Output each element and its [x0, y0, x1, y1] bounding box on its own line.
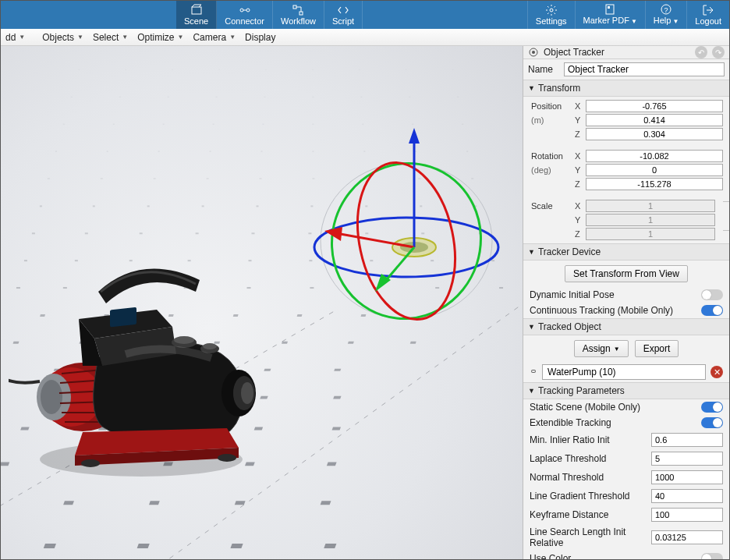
keyframe-distance-input[interactable]	[651, 508, 723, 522]
svg-rect-134	[360, 97, 362, 97]
script-icon	[337, 5, 349, 16]
continuous-tracking-label: Continuous Tracking (Mobile Only)	[530, 305, 696, 316]
name-label: Name	[528, 64, 559, 75]
svg-rect-103	[154, 178, 156, 179]
static-scene-toggle[interactable]	[701, 402, 723, 413]
nav-workflow[interactable]: Workflow	[273, 1, 324, 29]
nav-settings[interactable]: Settings	[527, 1, 575, 29]
position-y-input[interactable]	[586, 114, 723, 126]
svg-rect-121	[163, 124, 165, 125]
position-x-input[interactable]	[586, 100, 723, 112]
svg-rect-17	[230, 544, 243, 548]
position-label: Position	[531, 101, 575, 111]
laplace-input[interactable]	[651, 452, 723, 466]
continuous-tracking-toggle[interactable]	[701, 305, 723, 316]
svg-rect-84	[85, 232, 88, 234]
position-z-input[interactable]	[586, 128, 723, 140]
menu-toolbar: dd▼ Objects▼ Select▼ Optimize▼ Camera▼ D…	[1, 29, 729, 46]
scale-z-input	[586, 228, 715, 240]
name-input[interactable]	[564, 62, 725, 76]
rotation-y-input[interactable]	[586, 164, 723, 176]
svg-point-165	[81, 459, 100, 467]
svg-rect-120	[113, 124, 115, 125]
transform-gizmo[interactable]	[282, 116, 516, 335]
use-color-label: Use Color	[530, 553, 696, 559]
rotation-x-input[interactable]	[586, 150, 723, 162]
line-gradient-input[interactable]	[651, 489, 723, 503]
3d-viewport[interactable]	[1, 46, 523, 559]
svg-rect-83	[32, 232, 35, 234]
tracked-object-input[interactable]	[542, 364, 706, 380]
svg-rect-137	[79, 69, 80, 70]
svg-rect-96	[257, 205, 259, 207]
svg-point-180	[532, 51, 535, 54]
rotation-z-input[interactable]	[586, 178, 723, 190]
dynamic-initial-pose-label: Dynamic Initial Pose	[530, 289, 696, 300]
menu-select[interactable]: Select▼	[88, 32, 133, 43]
svg-rect-144	[406, 69, 406, 70]
export-button[interactable]: Export	[635, 340, 679, 357]
menu-display[interactable]: Display	[240, 32, 280, 43]
nav-scene[interactable]: Scene	[176, 1, 217, 29]
dynamic-initial-pose-toggle[interactable]	[701, 289, 723, 300]
svg-rect-122	[213, 124, 214, 125]
nav-connector[interactable]: Connector	[217, 1, 273, 29]
use-color-toggle[interactable]	[701, 553, 723, 559]
menu-optimize[interactable]: Optimize▼	[133, 32, 188, 43]
extendible-tracking-toggle[interactable]	[701, 417, 723, 428]
section-transform[interactable]: ▼Transform	[523, 80, 729, 97]
svg-rect-143	[359, 69, 360, 70]
menu-camera[interactable]: Camera▼	[188, 32, 240, 43]
svg-rect-86	[196, 232, 199, 234]
svg-rect-30	[327, 462, 337, 466]
chevron-down-icon: ▼	[672, 18, 679, 25]
scale-lock-icon[interactable]	[723, 201, 729, 231]
menu-add[interactable]: dd▼	[1, 32, 30, 43]
chevron-down-icon: ▼	[19, 34, 25, 41]
svg-rect-135	[409, 97, 410, 97]
nav-logout[interactable]: Logout	[686, 1, 729, 29]
svg-rect-7	[606, 5, 614, 14]
svg-rect-87	[252, 232, 255, 234]
assign-button[interactable]: Assign▼	[574, 340, 629, 357]
scale-label: Scale	[531, 201, 575, 211]
connector-icon	[239, 5, 251, 16]
line-search-input[interactable]	[651, 530, 723, 544]
panel-header: Object Tracker ↶ ↷	[523, 46, 729, 59]
min-inlier-label: Min. Inlier Ratio Init	[530, 434, 647, 445]
svg-rect-22	[149, 501, 160, 505]
svg-rect-104	[207, 178, 209, 179]
section-tracked-object[interactable]: ▼Tracked Object	[523, 318, 729, 335]
svg-rect-93	[93, 205, 95, 207]
collapse-icon: ▼	[528, 323, 535, 331]
nav-script[interactable]: Script	[324, 1, 363, 29]
svg-point-162	[174, 336, 194, 344]
svg-point-2	[246, 9, 250, 12]
tracked-object-mesh[interactable]	[9, 249, 274, 483]
svg-rect-131	[216, 97, 218, 97]
nav-marker-pdf[interactable]: Marker PDF▼	[575, 1, 645, 29]
normal-threshold-input[interactable]	[651, 470, 723, 484]
svg-rect-119	[63, 124, 65, 125]
svg-rect-145	[452, 69, 453, 70]
nav-help[interactable]: ? Help▼	[645, 1, 687, 29]
svg-rect-110	[55, 151, 57, 152]
link-icon	[530, 367, 537, 377]
chevron-down-icon: ▼	[229, 34, 236, 41]
svg-rect-92	[40, 205, 42, 207]
min-inlier-input[interactable]	[651, 433, 723, 447]
workflow-icon	[292, 5, 304, 16]
svg-marker-176	[324, 227, 342, 241]
nav-forward-button[interactable]: ↷	[712, 46, 725, 58]
section-tracking-parameters[interactable]: ▼Tracking Parameters	[523, 382, 729, 399]
logout-icon	[702, 5, 714, 16]
remove-object-button[interactable]: ✕	[711, 366, 723, 378]
svg-rect-140	[219, 69, 220, 70]
nav-back-button[interactable]: ↶	[695, 46, 707, 58]
svg-rect-102	[101, 178, 103, 179]
section-tracker-device[interactable]: ▼Tracker Device	[523, 243, 729, 261]
collapse-icon: ▼	[528, 387, 535, 395]
svg-rect-16	[137, 544, 150, 548]
menu-objects[interactable]: Objects▼	[37, 32, 88, 43]
set-transform-button[interactable]: Set Transform From View	[565, 265, 688, 282]
